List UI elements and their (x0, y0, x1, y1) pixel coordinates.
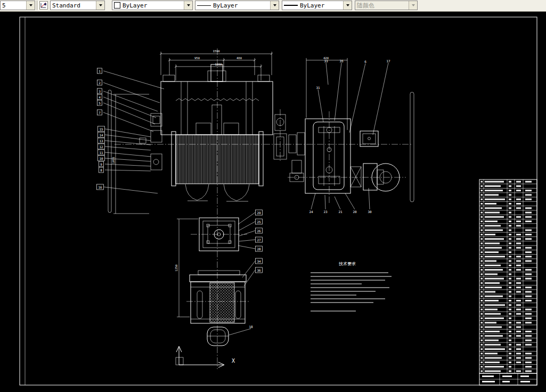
svg-text:17: 17 (386, 59, 390, 63)
chevron-down-icon[interactable] (184, 1, 192, 10)
layer-combo[interactable]: 5 (0, 1, 35, 10)
svg-text:18: 18 (249, 325, 253, 329)
tech-requirements-title: 技术要求 (338, 262, 356, 266)
svg-text:23: 23 (323, 210, 328, 214)
layer-combo-value: 5 (2, 2, 6, 9)
svg-text:8: 8 (100, 168, 102, 172)
autocad-window: 5 Standard ByLayer ByLayer ByLayer 随颜色 (0, 0, 546, 392)
centerlines (115, 48, 411, 369)
lineweight-combo-value: ByLayer (300, 2, 324, 9)
svg-text:14: 14 (99, 133, 103, 137)
linetype-combo[interactable]: ByLayer (195, 1, 279, 10)
color-combo[interactable]: ByLayer (112, 1, 193, 10)
svg-text:4: 4 (99, 95, 101, 99)
color-swatch (114, 2, 120, 9)
style-combo[interactable]: Standard (50, 1, 105, 10)
toolbar-separator (37, 1, 39, 10)
svg-text:13: 13 (99, 139, 103, 143)
object-properties-toolbar: 5 Standard ByLayer ByLayer ByLayer 随颜色 (0, 0, 546, 12)
svg-text:36: 36 (257, 268, 261, 272)
detail-view (207, 327, 229, 346)
lineweight-sample-icon (284, 5, 298, 6)
svg-text:34: 34 (257, 259, 261, 263)
svg-text:420: 420 (323, 56, 329, 60)
parts-list-table (479, 179, 537, 373)
linetype-combo-value: ByLayer (213, 2, 238, 9)
chevron-down-icon[interactable] (96, 1, 104, 10)
plotstyle-combo: 随颜色 (355, 1, 418, 10)
svg-text:16: 16 (98, 185, 102, 189)
svg-text:6: 6 (364, 60, 366, 63)
svg-text:27: 27 (257, 238, 261, 242)
svg-text:10: 10 (99, 157, 103, 160)
svg-text:3: 3 (99, 89, 101, 93)
main-assembly-view (108, 64, 414, 213)
style-manager-icon[interactable] (39, 1, 48, 10)
tech-requirements: 技术要求 (311, 262, 392, 311)
svg-text:9: 9 (100, 162, 102, 166)
ucs-x-label: X (232, 358, 235, 364)
svg-text:20: 20 (353, 210, 357, 214)
svg-text:1590: 1590 (213, 50, 219, 53)
svg-text:24: 24 (309, 210, 313, 214)
lineweight-combo[interactable]: ByLayer (282, 1, 352, 10)
title-block (479, 373, 537, 385)
svg-text:480: 480 (237, 56, 242, 60)
svg-text:29: 29 (257, 211, 261, 215)
svg-text:26: 26 (257, 229, 261, 233)
svg-text:1280: 1280 (215, 63, 222, 66)
svg-text:21: 21 (338, 210, 343, 214)
svg-text:30: 30 (368, 210, 372, 214)
svg-text:31: 31 (316, 86, 320, 89)
svg-text:11: 11 (99, 151, 103, 154)
svg-text:5: 5 (99, 101, 101, 105)
drawing-canvas[interactable]: X 技术要求 123457151413121110981631333561724… (0, 12, 546, 392)
svg-text:35: 35 (339, 59, 344, 63)
chevron-down-icon[interactable] (270, 1, 279, 10)
chevron-down-icon[interactable] (343, 1, 352, 10)
svg-text:7: 7 (99, 111, 101, 115)
style-combo-value: Standard (52, 2, 80, 9)
chevron-down-icon[interactable] (26, 1, 35, 10)
chevron-down-icon (409, 1, 417, 10)
svg-text:25: 25 (257, 220, 261, 224)
linetype-sample-icon (197, 5, 211, 6)
svg-text:950: 950 (194, 56, 200, 60)
section-view (190, 271, 246, 323)
svg-text:1250: 1250 (175, 264, 178, 271)
svg-text:1: 1 (99, 69, 101, 73)
svg-text:15: 15 (99, 127, 103, 131)
svg-text:1855: 1855 (112, 157, 115, 164)
svg-text:2: 2 (99, 81, 101, 85)
dimension-lines (113, 52, 347, 317)
plotstyle-combo-value: 随颜色 (357, 2, 374, 10)
color-combo-value: ByLayer (123, 2, 147, 9)
svg-text:12: 12 (99, 145, 103, 149)
ucs-icon: X (176, 346, 235, 368)
svg-text:28: 28 (257, 247, 261, 251)
